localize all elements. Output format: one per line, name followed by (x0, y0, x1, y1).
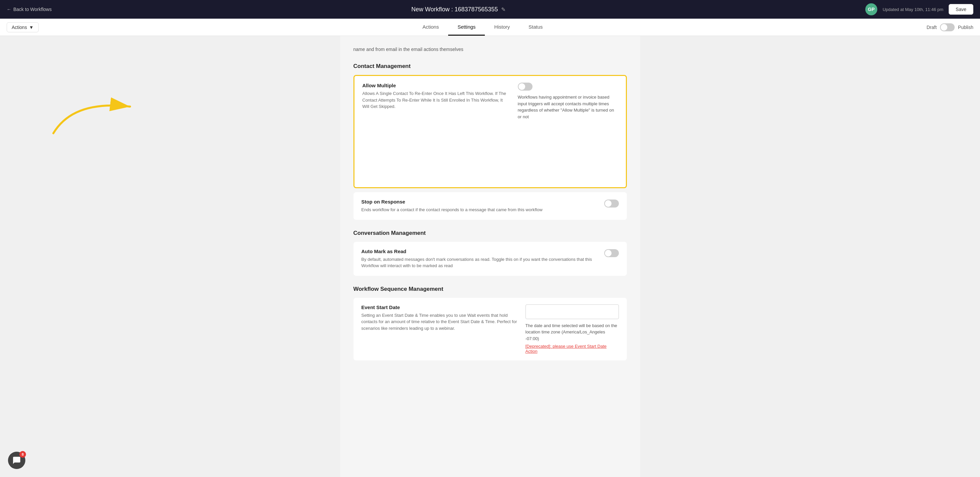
settings-panel: name and from email in the email actions… (340, 36, 640, 477)
contact-management-section: Contact Management Allow Multiple Allows… (353, 63, 627, 220)
main-content: name and from email in the email actions… (0, 36, 980, 477)
back-to-workflows-link[interactable]: ← Back to Workflows (7, 7, 52, 12)
event-date-left: Event Start Date Setting an Event Start … (361, 304, 517, 332)
allow-multiple-card: Allow Multiple Allows A Single Contact T… (353, 75, 627, 188)
edit-title-icon[interactable]: ✎ (501, 6, 506, 13)
top-bar-right: GP Updated at May 10th, 11:46 pm Save (865, 3, 973, 15)
allow-multiple-left: Allow Multiple Allows A Single Contact T… (363, 82, 510, 110)
publish-toggle-switch[interactable] (940, 23, 955, 31)
deprecated-text[interactable]: [Deprecated]: please use Event Start Dat… (525, 344, 619, 354)
workflow-title-text: New Workflow : 1683787565355 (412, 6, 498, 13)
publish-label: Publish (958, 25, 973, 30)
event-start-date-card: Event Start Date Setting an Event Start … (353, 298, 627, 361)
tab-actions[interactable]: Actions (413, 19, 448, 36)
auto-mark-as-read-title: Auto Mark as Read (361, 249, 598, 254)
auto-mark-as-read-desc: By default, automated messages don't mar… (361, 256, 598, 269)
event-start-date-desc: Setting an Event Start Date & Time enabl… (361, 312, 517, 332)
workflow-title-area: New Workflow : 1683787565355 ✎ (412, 6, 506, 13)
sub-nav: Actions ▼ Actions Settings History Statu… (0, 19, 980, 36)
allow-multiple-inner: Allow Multiple Allows A Single Contact T… (363, 82, 618, 181)
conversation-management-section: Conversation Management Auto Mark as Rea… (353, 230, 627, 276)
workflow-sequence-title: Workflow Sequence Management (353, 286, 627, 292)
chevron-down-icon: ▼ (29, 25, 34, 30)
allow-multiple-desc: Allows A Single Contact To Re-Enter Once… (363, 90, 510, 110)
tab-history[interactable]: History (485, 19, 519, 36)
allow-multiple-title: Allow Multiple (363, 82, 510, 88)
event-start-date-title: Event Start Date (361, 304, 517, 310)
event-start-date-input[interactable] (525, 304, 619, 319)
timezone-note: The date and time selected will be based… (525, 322, 619, 342)
sub-nav-tabs: Actions Settings History Status (413, 19, 552, 36)
chat-badge-count: 8 (19, 451, 26, 458)
back-label: Back to Workflows (13, 7, 52, 12)
publish-toggle-area: Draft Publish (927, 23, 973, 31)
chat-icon (12, 456, 21, 465)
tab-status[interactable]: Status (519, 19, 552, 36)
event-date-right: The date and time selected will be based… (525, 304, 619, 354)
allow-multiple-toggle[interactable] (518, 82, 533, 90)
draft-label: Draft (927, 25, 937, 30)
stop-on-response-desc: Ends workflow for a contact if the conta… (361, 206, 598, 213)
save-button[interactable]: Save (949, 4, 973, 15)
stop-on-response-card: Stop on Response Ends workflow for a con… (353, 192, 627, 220)
tab-settings[interactable]: Settings (448, 19, 485, 36)
stop-on-response-content: Stop on Response Ends workflow for a con… (361, 199, 598, 213)
actions-dropdown-button[interactable]: Actions ▼ (7, 22, 39, 32)
partial-top-text: name and from email in the email actions… (353, 43, 627, 53)
auto-mark-as-read-toggle[interactable] (604, 249, 619, 257)
avatar: GP (865, 3, 877, 15)
back-arrow-icon: ← (7, 7, 11, 12)
conversation-management-title: Conversation Management (353, 230, 627, 236)
auto-mark-as-read-content: Auto Mark as Read By default, automated … (361, 249, 598, 269)
auto-mark-as-read-card: Auto Mark as Read By default, automated … (353, 242, 627, 276)
top-bar: ← Back to Workflows New Workflow : 16837… (0, 0, 980, 19)
updated-timestamp: Updated at May 10th, 11:46 pm (883, 7, 943, 12)
event-date-layout: Event Start Date Setting an Event Start … (361, 304, 619, 354)
stop-on-response-toggle[interactable] (604, 200, 619, 208)
actions-dropdown-label: Actions (12, 25, 27, 30)
contact-management-title: Contact Management (353, 63, 627, 70)
allow-multiple-extra-text: Workflows having appointment or invoice … (518, 94, 618, 181)
stop-on-response-title: Stop on Response (361, 199, 598, 204)
workflow-sequence-section: Workflow Sequence Management Event Start… (353, 286, 627, 361)
chat-bubble-button[interactable]: 8 (8, 452, 25, 469)
